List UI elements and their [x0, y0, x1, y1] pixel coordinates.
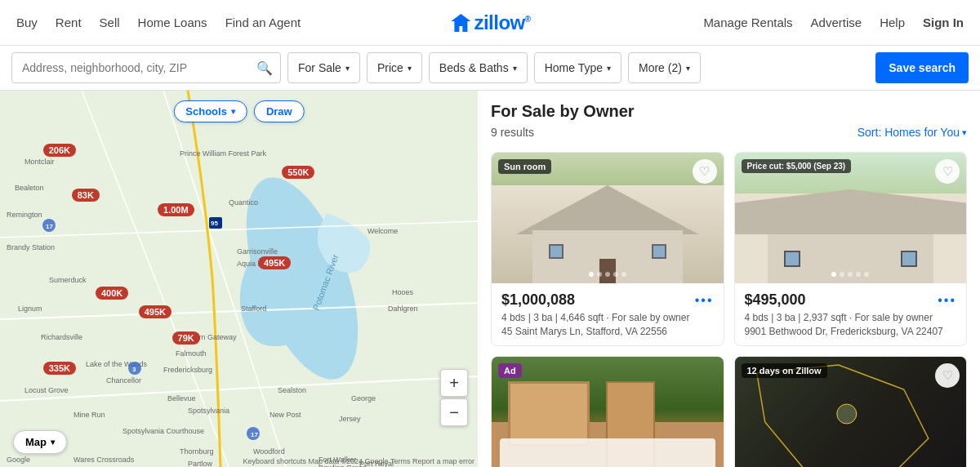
search-row: 🔍 For Sale ▾ Price ▾ Beds & Baths ▾ Home… [0, 46, 980, 91]
nav-help[interactable]: Help [880, 16, 905, 29]
listing-card[interactable]: Sun room ♡ $1,000,088 ••• [491, 152, 724, 346]
svg-text:17: 17 [251, 431, 258, 438]
price-marker-495k-2[interactable]: 495K [139, 305, 172, 318]
price-marker-550k[interactable]: 550K [282, 166, 314, 179]
header-logo[interactable]: zillow® [449, 11, 530, 34]
chevron-down-icon: ▾ [408, 64, 412, 73]
svg-text:Mine Run: Mine Run [74, 411, 105, 419]
listing-card[interactable]: 12 days on Zillow ♡ [734, 356, 968, 467]
results-count: 9 results [491, 126, 534, 139]
svg-text:Chancellor: Chancellor [106, 376, 141, 385]
svg-text:95: 95 [211, 220, 218, 227]
card-address: 45 Saint Marys Ln, Stafford, VA 22556 [501, 326, 714, 337]
svg-text:Stafford: Stafford [241, 305, 266, 313]
card-image: Sun room ♡ [492, 153, 724, 283]
card-badge-sun-room: Sun room [498, 159, 551, 174]
svg-point-53 [836, 404, 856, 424]
nav-advertise[interactable]: Advertise [811, 16, 862, 29]
search-input[interactable] [11, 52, 281, 83]
map-overlay-buttons: Schools ▾ Draw [173, 100, 304, 122]
price-marker-335k[interactable]: 335K [43, 362, 76, 375]
zoom-in-button[interactable]: + [440, 369, 468, 397]
chevron-down-icon: ▾ [962, 127, 967, 138]
svg-text:Brandy Station: Brandy Station [7, 243, 55, 251]
svg-text:New Post: New Post [270, 411, 301, 419]
chevron-down-icon: ▾ [686, 64, 690, 73]
svg-text:Thornburg: Thornburg [180, 447, 214, 456]
home-type-filter[interactable]: Home Type ▾ [534, 52, 621, 83]
main-layout: Montclair Bealeton Remington Brandy Stat… [0, 91, 980, 467]
price-marker-79k[interactable]: 79K [172, 331, 200, 345]
nav-buy[interactable]: Buy [16, 16, 38, 29]
nav-sign-in[interactable]: Sign In [923, 16, 964, 29]
sort-button[interactable]: Sort: Homes for You ▾ [858, 126, 967, 139]
svg-text:Bellevue: Bellevue [167, 394, 196, 403]
zoom-out-button[interactable]: − [440, 398, 468, 426]
card-image: Ad [492, 357, 724, 467]
svg-text:Google: Google [7, 456, 30, 464]
listing-card[interactable]: Ad [491, 356, 724, 467]
price-marker-206k[interactable]: 206K [43, 144, 76, 157]
svg-text:Welcome: Welcome [368, 227, 398, 235]
nav-manage-rentals[interactable]: Manage Rentals [703, 16, 792, 29]
zillow-logo-icon [449, 11, 472, 34]
svg-text:Locust Grove: Locust Grove [24, 386, 69, 394]
svg-text:3: 3 [132, 366, 136, 373]
svg-text:Woodford: Woodford [253, 447, 285, 456]
svg-text:Fredericksburg: Fredericksburg [163, 366, 212, 374]
price-marker-495k-1[interactable]: 495K [258, 256, 291, 269]
price-filter[interactable]: Price ▾ [367, 52, 422, 83]
svg-text:Jersey: Jersey [339, 415, 361, 423]
svg-text:Spotsylvania Courthouse: Spotsylvania Courthouse [122, 427, 204, 435]
favorite-icon-2[interactable]: ♡ [935, 159, 960, 184]
chevron-down-icon: ▾ [607, 64, 611, 73]
listing-card[interactable]: Price cut: $5,000 (Sep 23) ♡ $495,000 ••… [734, 152, 968, 346]
chevron-down-icon: ▾ [513, 64, 517, 73]
logo-text: zillow® [474, 11, 530, 34]
chevron-down-icon: ▾ [231, 107, 235, 116]
svg-text:Wares Crossroads: Wares Crossroads [74, 456, 135, 464]
nav-sell[interactable]: Sell [100, 16, 120, 29]
svg-text:Falmouth: Falmouth [176, 349, 207, 358]
header: Buy Rent Sell Home Loans Find an Agent z… [0, 0, 980, 46]
card-badge-ad: Ad [498, 363, 522, 378]
svg-text:George: George [351, 394, 376, 403]
svg-text:Hooes: Hooes [392, 288, 414, 296]
nav-rent[interactable]: Rent [56, 16, 82, 29]
card-price: $495,000 [745, 291, 806, 309]
svg-text:Sealston: Sealston [278, 386, 306, 394]
card-details: 4 bds | 3 ba | 2,937 sqft · For sale by … [745, 312, 957, 323]
listing-grid: Sun room ♡ $1,000,088 ••• [478, 145, 980, 467]
card-price: $1,000,088 [501, 291, 575, 309]
card-more-icon[interactable]: ••• [695, 293, 714, 308]
svg-text:Partlow: Partlow [188, 460, 213, 467]
map-type-button[interactable]: Map ▾ [13, 430, 67, 454]
price-marker-83k[interactable]: 83K [72, 189, 100, 202]
listing-panel: For Sale by Owner 9 results Sort: Homes … [478, 91, 980, 467]
svg-text:Quantico: Quantico [229, 198, 258, 207]
nav-home-loans[interactable]: Home Loans [138, 16, 207, 29]
card-more-icon[interactable]: ••• [938, 293, 956, 308]
price-marker-400k[interactable]: 400K [96, 287, 128, 300]
svg-text:Montclair: Montclair [24, 158, 55, 166]
card-badge-days: 12 days on Zillow [742, 363, 827, 378]
beds-baths-filter[interactable]: Beds & Baths ▾ [429, 52, 528, 83]
zoom-controls: + − [440, 369, 468, 426]
chevron-down-icon: ▾ [51, 438, 55, 447]
save-search-button[interactable]: Save search [875, 52, 969, 83]
svg-text:Sumerduck: Sumerduck [49, 276, 87, 284]
favorite-icon-1[interactable]: ♡ [693, 159, 717, 184]
svg-text:Spotsylvania: Spotsylvania [188, 407, 229, 415]
draw-button[interactable]: Draw [254, 100, 305, 122]
card-image: Price cut: $5,000 (Sep 23) ♡ [735, 153, 967, 283]
favorite-icon-4[interactable]: ♡ [935, 363, 960, 388]
search-icon: 🔍 [256, 60, 273, 76]
schools-button[interactable]: Schools ▾ [173, 100, 247, 122]
more-filter[interactable]: More (2) ▾ [628, 52, 701, 83]
map-attribution: Keyboard shortcuts Map data ©2024 Google… [243, 457, 474, 465]
for-sale-filter[interactable]: For Sale ▾ [287, 52, 360, 83]
nav-find-agent[interactable]: Find an Agent [225, 16, 301, 29]
card-details: 4 bds | 3 ba | 4,646 sqft · For sale by … [501, 312, 714, 323]
price-marker-1m[interactable]: 1.00M [158, 203, 194, 216]
svg-text:Prince William Forest Park: Prince William Forest Park [180, 149, 267, 158]
